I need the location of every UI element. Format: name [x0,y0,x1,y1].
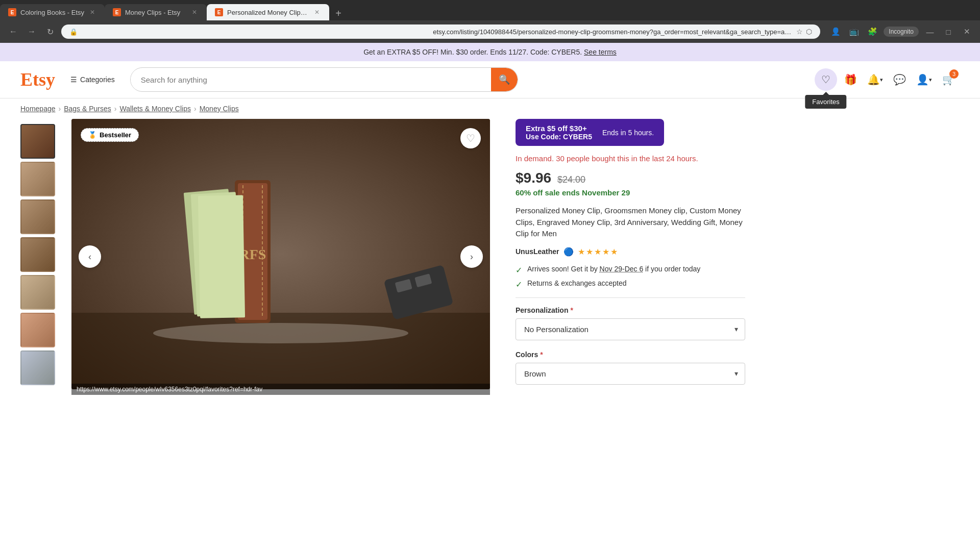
req-star-colors: * [540,350,543,359]
tab-close-2[interactable]: ✕ [190,8,199,16]
delivery-date-link[interactable]: Nov 29-Dec 6 [600,265,644,273]
search-bar[interactable]: 🔍 [130,67,518,92]
tab-close-3[interactable]: ✕ [313,8,321,16]
bestseller-label: Bestseller [100,131,131,139]
delivery-text: Arrives soon! Get it by Nov 29-Dec 6 if … [527,265,700,273]
thumbnail-2[interactable] [20,162,55,196]
thumbnail-7[interactable] [20,350,55,385]
svg-rect-9 [198,195,245,318]
favorites-button[interactable]: ♡ Favorites [815,68,837,91]
heart-icon: ♡ [821,73,830,86]
next-image-button[interactable]: › [460,245,483,268]
tab-title-1: Coloring Books - Etsy [20,9,84,16]
cast-icon[interactable]: 📺 [847,24,861,39]
messages-button[interactable]: 💬 [888,68,911,91]
dropdown-chevron-notifications: ▾ [880,77,883,83]
personalization-select-wrapper: No Personalization Add Personalization ▾ [516,318,745,340]
colors-label: Colors * [516,350,745,359]
minimize-button[interactable]: — [923,24,937,39]
main-image-container: 🏅 Bestseller [71,119,490,395]
favorites-tooltip: Favorites [805,95,846,109]
breadcrumb-homepage[interactable]: Homepage [20,105,56,113]
tab-personalized-clip[interactable]: E Personalized Money Clip Groom... ✕ [207,4,329,20]
tab-title-3: Personalized Money Clip Groom... [227,9,309,16]
sale-text: 60% off sale ends November 29 [516,188,745,197]
search-input[interactable] [131,70,491,89]
thumbnail-4[interactable] [20,237,55,272]
product-area: 🏅 Bestseller [0,119,980,395]
price-original: $24.00 [557,174,585,185]
new-tab-button[interactable]: + [331,6,346,20]
thumbnail-5[interactable] [20,275,55,310]
categories-label: Categories [80,76,115,84]
sale-percent: 60% off [516,188,543,197]
product-svg: RFS [71,119,490,389]
prev-image-button[interactable]: ‹ [79,245,101,268]
promo-code-text: Extra $5 off $30+ [526,124,592,133]
req-star-personalization: * [570,306,573,314]
tab-close-1[interactable]: ✕ [88,8,96,16]
cart-button[interactable]: 🛒 3 [937,68,960,91]
medal-icon: 🏅 [88,131,96,139]
bell-icon: 🔔 [867,73,880,86]
promo-link[interactable]: See terms [584,48,617,56]
forward-button[interactable]: → [24,24,39,39]
promo-ends-text: Ends in 5 hours. [602,129,654,137]
incognito-badge: Incognito [884,27,919,37]
close-window-button[interactable]: ✕ [960,24,974,39]
tab-bar: E Coloring Books - Etsy ✕ E Money Clips … [0,0,980,20]
checkmark-icon-2: ✓ [516,280,522,289]
sale-description: sale ends November 29 [545,188,630,197]
account-button[interactable]: 👤 ▾ [913,68,935,91]
etsy-page: Get an EXTRA $5 OFF! Min. $30 order. End… [0,43,980,395]
delivery-row-2: ✓ Returns & exchanges accepted [516,279,745,289]
colors-select[interactable]: Brown Black Tan [516,363,745,385]
promo-text: Get an EXTRA $5 OFF! Min. $30 order. End… [363,48,582,56]
promo-pill-text: Extra $5 off $30+ Use Code: CYBER5 [526,124,592,141]
main-product-image: RFS [71,119,490,389]
account-icon: 👤 [916,73,929,86]
profile-icon[interactable]: 👤 [828,24,843,39]
tab-money-clips[interactable]: E Money Clips - Etsy ✕ [105,4,207,20]
messages-icon: 💬 [893,73,906,86]
personalization-select[interactable]: No Personalization Add Personalization [516,318,745,340]
notifications-button[interactable]: 🔔 ▾ [864,68,886,91]
tab-title-2: Money Clips - Etsy [125,9,186,16]
bookmark-icon[interactable]: ☆ [796,28,803,36]
maximize-button[interactable]: □ [941,24,955,39]
back-button[interactable]: ← [6,24,20,39]
delivery-row-1: ✓ Arrives soon! Get it by Nov 29-Dec 6 i… [516,265,745,275]
etsy-logo[interactable]: Etsy [20,69,55,90]
breadcrumb-wallets-money-clips[interactable]: Wallets & Money Clips [119,105,191,113]
gift-button[interactable]: 🎁 [839,68,862,91]
promo-pill: Extra $5 off $30+ Use Code: CYBER5 Ends … [516,119,664,146]
address-text: etsy.com/listing/1040988445/personalized… [433,28,792,36]
breadcrumb-bags-purses[interactable]: Bags & Purses [64,105,111,113]
thumbnail-6[interactable] [20,313,55,347]
thumbnail-1[interactable] [20,124,55,159]
favorite-button[interactable]: ♡ [460,128,481,148]
breadcrumb-money-clips[interactable]: Money Clips [200,105,239,113]
seller-name[interactable]: UnusLeather [516,247,559,256]
extensions-icon[interactable]: ⬡ [806,28,813,36]
search-button[interactable]: 🔍 [491,68,518,91]
checkmark-icon-1: ✓ [516,265,522,275]
seller-verified-icon: 🔵 [564,247,574,257]
search-icon: 🔍 [499,74,510,85]
promo-banner: Get an EXTRA $5 OFF! Min. $30 order. End… [0,43,980,61]
thumbnail-3[interactable] [20,199,55,234]
breadcrumb-sep-3: › [194,105,197,113]
site-header: Etsy ☰ Categories 🔍 ♡ Favorites 🎁 🔔 ▾ [0,61,980,98]
header-icons: ♡ Favorites 🎁 🔔 ▾ 💬 👤 ▾ 🛒 3 [815,68,960,91]
categories-button[interactable]: ☰ Categories [65,72,120,87]
demand-text: In demand. 30 people bought this in the … [516,154,745,163]
svg-point-13 [153,323,408,343]
returns-text: Returns & exchanges accepted [527,279,627,287]
tab-coloring-books[interactable]: E Coloring Books - Etsy ✕ [0,4,105,20]
extensions-btn[interactable]: 🧩 [865,24,879,39]
address-bar-row: ← → ↻ 🔒 etsy.com/listing/1040988445/pers… [0,20,980,43]
browser-actions: 👤 📺 🧩 Incognito — □ ✕ [828,24,974,39]
bestseller-badge: 🏅 Bestseller [81,128,139,142]
address-bar[interactable]: 🔒 etsy.com/listing/1040988445/personaliz… [61,24,820,39]
reload-button[interactable]: ↻ [43,24,57,39]
